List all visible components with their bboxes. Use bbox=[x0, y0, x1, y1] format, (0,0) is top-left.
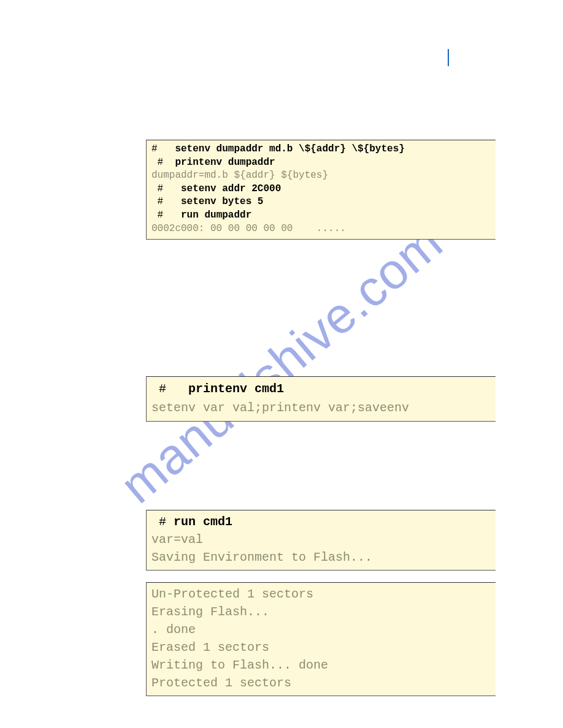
prompt: # bbox=[151, 183, 181, 194]
document-page: manualshive.com # setenv dumpaddr md.b \… bbox=[0, 0, 563, 728]
code-block-1: # setenv dumpaddr md.b \${addr} \${bytes… bbox=[146, 140, 496, 240]
output-text: Writing to Flash... done bbox=[151, 656, 491, 674]
output-text: var=val bbox=[151, 531, 491, 548]
cursor-mark bbox=[448, 49, 449, 66]
prompt: # bbox=[151, 382, 188, 396]
watermark-text: manualshive.com bbox=[110, 213, 454, 515]
code-line: # setenv dumpaddr md.b \${addr} \${bytes… bbox=[151, 143, 491, 156]
prompt: # bbox=[151, 157, 175, 168]
code-block-4: Un-Protected 1 sectors Erasing Flash... … bbox=[146, 582, 496, 696]
command-text: printenv cmd1 bbox=[188, 382, 284, 396]
command-text: setenv bytes 5 bbox=[181, 196, 263, 207]
output-text: Un-Protected 1 sectors bbox=[151, 585, 491, 603]
command-text: setenv addr 2C000 bbox=[181, 183, 281, 194]
command-text: run dumpaddr bbox=[181, 210, 251, 221]
output-text: setenv var val;printenv var;saveenv bbox=[151, 398, 491, 417]
code-block-3: # run cmd1 var=val Saving Environment to… bbox=[146, 510, 496, 571]
prompt: # bbox=[151, 515, 174, 529]
code-line: # run dumpaddr bbox=[151, 209, 491, 222]
output-text: . done bbox=[151, 621, 491, 639]
code-line: # run cmd1 bbox=[151, 513, 491, 531]
code-line: # printenv cmd1 bbox=[151, 379, 491, 398]
output-text: dumpaddr=md.b ${addr} ${bytes} bbox=[151, 169, 491, 183]
code-block-2: # printenv cmd1 setenv var val;printenv … bbox=[146, 376, 496, 422]
command-text: setenv dumpaddr md.b \${addr} \${bytes} bbox=[175, 143, 404, 154]
prompt: # bbox=[151, 143, 175, 154]
output-text: Erasing Flash... bbox=[151, 603, 491, 621]
output-text: Saving Environment to Flash... bbox=[151, 548, 491, 566]
output-text: 0002c000: 00 00 00 00 00 ..... bbox=[151, 222, 491, 236]
prompt: # bbox=[151, 210, 181, 221]
code-line: # setenv addr 2C000 bbox=[151, 183, 491, 196]
code-line: # printenv dumpaddr bbox=[151, 156, 491, 170]
output-text: Erased 1 sectors bbox=[151, 639, 491, 656]
code-line: # setenv bytes 5 bbox=[151, 195, 491, 209]
output-text: Protected 1 sectors bbox=[151, 674, 491, 692]
command-text: printenv dumpaddr bbox=[175, 157, 275, 168]
prompt: # bbox=[151, 196, 181, 207]
command-text: run cmd1 bbox=[174, 515, 232, 529]
